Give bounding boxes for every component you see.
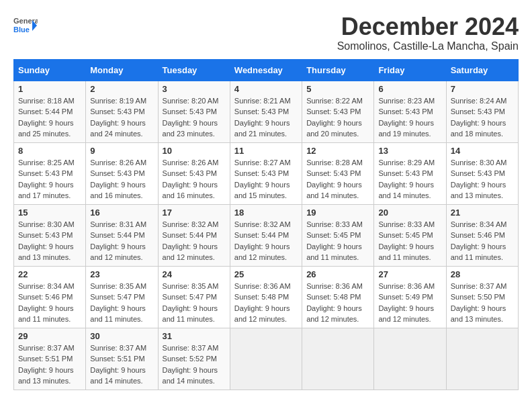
calendar-cell: 8Sunrise: 8:25 AMSunset: 5:43 PMDaylight…	[14, 142, 86, 204]
day-info: Sunrise: 8:19 AMSunset: 5:43 PMDaylight:…	[90, 97, 146, 138]
day-number: 2	[90, 84, 153, 94]
calendar-cell: 29Sunrise: 8:37 AMSunset: 5:51 PMDayligh…	[14, 328, 86, 390]
day-number: 27	[378, 269, 441, 279]
page-header: General Blue December 2024 Somolinos, Ca…	[13, 13, 519, 52]
day-number: 24	[163, 269, 226, 279]
calendar-week-row: 8Sunrise: 8:25 AMSunset: 5:43 PMDaylight…	[14, 142, 519, 204]
calendar-cell: 5Sunrise: 8:22 AMSunset: 5:43 PMDaylight…	[302, 81, 374, 142]
day-info: Sunrise: 8:33 AMSunset: 5:45 PMDaylight:…	[306, 220, 363, 262]
day-number: 9	[90, 146, 153, 156]
calendar-cell: 25Sunrise: 8:36 AMSunset: 5:48 PMDayligh…	[230, 266, 302, 328]
day-info: Sunrise: 8:37 AMSunset: 5:51 PMDaylight:…	[90, 344, 146, 385]
calendar-cell: 9Sunrise: 8:26 AMSunset: 5:43 PMDaylight…	[86, 142, 158, 204]
header-tuesday: Tuesday	[158, 59, 230, 81]
day-info: Sunrise: 8:26 AMSunset: 5:43 PMDaylight:…	[163, 158, 219, 200]
calendar-cell: 28Sunrise: 8:37 AMSunset: 5:50 PMDayligh…	[446, 266, 518, 328]
day-info: Sunrise: 8:24 AMSunset: 5:43 PMDaylight:…	[451, 97, 507, 138]
calendar-cell: 14Sunrise: 8:30 AMSunset: 5:43 PMDayligh…	[446, 142, 518, 204]
calendar-cell: 2Sunrise: 8:19 AMSunset: 5:43 PMDaylight…	[86, 81, 158, 142]
day-info: Sunrise: 8:35 AMSunset: 5:47 PMDaylight:…	[163, 282, 219, 324]
calendar-cell: 19Sunrise: 8:33 AMSunset: 5:45 PMDayligh…	[302, 204, 374, 266]
day-info: Sunrise: 8:32 AMSunset: 5:44 PMDaylight:…	[163, 220, 219, 262]
day-info: Sunrise: 8:35 AMSunset: 5:47 PMDaylight:…	[90, 282, 146, 324]
day-info: Sunrise: 8:27 AMSunset: 5:43 PMDaylight:…	[234, 158, 291, 200]
calendar-cell: 13Sunrise: 8:29 AMSunset: 5:43 PMDayligh…	[374, 142, 446, 204]
day-number: 10	[163, 146, 226, 156]
day-info: Sunrise: 8:20 AMSunset: 5:43 PMDaylight:…	[163, 97, 219, 138]
calendar-cell	[374, 328, 446, 390]
calendar-cell: 18Sunrise: 8:32 AMSunset: 5:44 PMDayligh…	[230, 204, 302, 266]
day-info: Sunrise: 8:36 AMSunset: 5:48 PMDaylight:…	[306, 282, 363, 324]
day-number: 13	[378, 146, 441, 156]
day-number: 8	[18, 146, 81, 156]
calendar-cell: 3Sunrise: 8:20 AMSunset: 5:43 PMDaylight…	[158, 81, 230, 142]
calendar-cell: 21Sunrise: 8:34 AMSunset: 5:46 PMDayligh…	[446, 204, 518, 266]
calendar-cell: 12Sunrise: 8:28 AMSunset: 5:43 PMDayligh…	[302, 142, 374, 204]
day-info: Sunrise: 8:25 AMSunset: 5:43 PMDaylight:…	[18, 158, 75, 200]
calendar-cell: 26Sunrise: 8:36 AMSunset: 5:48 PMDayligh…	[302, 266, 374, 328]
logo-svg: General Blue	[13, 13, 38, 40]
calendar-week-row: 1Sunrise: 8:18 AMSunset: 5:44 PMDaylight…	[14, 81, 519, 142]
calendar-cell: 20Sunrise: 8:33 AMSunset: 5:45 PMDayligh…	[374, 204, 446, 266]
day-info: Sunrise: 8:26 AMSunset: 5:43 PMDaylight:…	[90, 158, 146, 200]
day-number: 21	[451, 208, 514, 218]
day-number: 5	[306, 84, 369, 94]
calendar-cell: 23Sunrise: 8:35 AMSunset: 5:47 PMDayligh…	[86, 266, 158, 328]
day-number: 7	[451, 84, 514, 94]
page-title: December 2024	[337, 13, 519, 40]
day-number: 28	[451, 269, 514, 279]
day-number: 22	[18, 269, 81, 279]
day-info: Sunrise: 8:28 AMSunset: 5:43 PMDaylight:…	[306, 158, 363, 200]
day-info: Sunrise: 8:22 AMSunset: 5:43 PMDaylight:…	[306, 97, 363, 138]
day-number: 31	[163, 331, 226, 341]
header-wednesday: Wednesday	[230, 59, 302, 81]
day-info: Sunrise: 8:18 AMSunset: 5:44 PMDaylight:…	[18, 97, 75, 138]
calendar-week-row: 22Sunrise: 8:34 AMSunset: 5:46 PMDayligh…	[14, 266, 519, 328]
day-number: 25	[234, 269, 298, 279]
day-number: 29	[18, 331, 81, 341]
day-info: Sunrise: 8:33 AMSunset: 5:45 PMDaylight:…	[378, 220, 435, 262]
calendar-cell: 22Sunrise: 8:34 AMSunset: 5:46 PMDayligh…	[14, 266, 86, 328]
header-thursday: Thursday	[302, 59, 374, 81]
calendar-cell: 15Sunrise: 8:30 AMSunset: 5:43 PMDayligh…	[14, 204, 86, 266]
calendar-cell: 16Sunrise: 8:31 AMSunset: 5:44 PMDayligh…	[86, 204, 158, 266]
day-info: Sunrise: 8:23 AMSunset: 5:43 PMDaylight:…	[378, 97, 435, 138]
calendar-cell: 27Sunrise: 8:36 AMSunset: 5:49 PMDayligh…	[374, 266, 446, 328]
day-info: Sunrise: 8:36 AMSunset: 5:48 PMDaylight:…	[234, 282, 291, 324]
calendar-cell: 30Sunrise: 8:37 AMSunset: 5:51 PMDayligh…	[86, 328, 158, 390]
calendar-cell: 1Sunrise: 8:18 AMSunset: 5:44 PMDaylight…	[14, 81, 86, 142]
calendar-week-row: 29Sunrise: 8:37 AMSunset: 5:51 PMDayligh…	[14, 328, 519, 390]
day-number: 20	[378, 208, 441, 218]
day-number: 1	[18, 84, 81, 94]
day-number: 12	[306, 146, 369, 156]
calendar-cell	[230, 328, 302, 390]
day-info: Sunrise: 8:34 AMSunset: 5:46 PMDaylight:…	[18, 282, 75, 324]
calendar-header-row: Sunday Monday Tuesday Wednesday Thursday…	[14, 59, 519, 81]
header-saturday: Saturday	[446, 59, 518, 81]
calendar-cell	[302, 328, 374, 390]
calendar-cell: 31Sunrise: 8:37 AMSunset: 5:52 PMDayligh…	[158, 328, 230, 390]
day-number: 4	[234, 84, 298, 94]
day-info: Sunrise: 8:31 AMSunset: 5:44 PMDaylight:…	[90, 220, 146, 262]
day-number: 26	[306, 269, 369, 279]
logo: General Blue	[13, 13, 38, 40]
header-friday: Friday	[374, 59, 446, 81]
day-number: 23	[90, 269, 153, 279]
calendar-cell: 6Sunrise: 8:23 AMSunset: 5:43 PMDaylight…	[374, 81, 446, 142]
day-info: Sunrise: 8:37 AMSunset: 5:50 PMDaylight:…	[451, 282, 507, 324]
calendar-cell: 10Sunrise: 8:26 AMSunset: 5:43 PMDayligh…	[158, 142, 230, 204]
day-number: 18	[234, 208, 298, 218]
calendar-cell: 7Sunrise: 8:24 AMSunset: 5:43 PMDaylight…	[446, 81, 518, 142]
day-info: Sunrise: 8:21 AMSunset: 5:43 PMDaylight:…	[234, 97, 291, 138]
day-number: 3	[163, 84, 226, 94]
day-info: Sunrise: 8:32 AMSunset: 5:44 PMDaylight:…	[234, 220, 291, 262]
calendar-table: Sunday Monday Tuesday Wednesday Thursday…	[13, 59, 519, 390]
day-number: 17	[163, 208, 226, 218]
calendar-cell	[446, 328, 518, 390]
header-monday: Monday	[86, 59, 158, 81]
day-info: Sunrise: 8:30 AMSunset: 5:43 PMDaylight:…	[451, 158, 507, 200]
day-number: 15	[18, 208, 81, 218]
day-info: Sunrise: 8:30 AMSunset: 5:43 PMDaylight:…	[18, 220, 75, 262]
title-block: December 2024 Somolinos, Castille-La Man…	[337, 13, 519, 52]
day-info: Sunrise: 8:37 AMSunset: 5:51 PMDaylight:…	[18, 344, 75, 385]
